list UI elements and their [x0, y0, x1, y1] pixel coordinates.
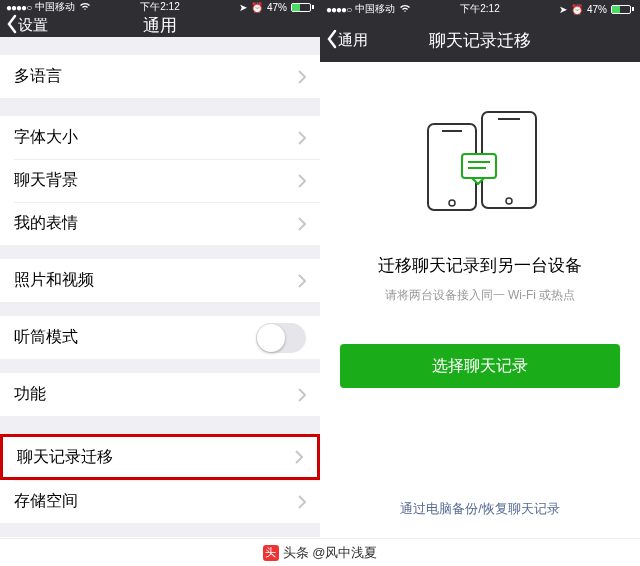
chevron-right-icon	[298, 174, 306, 188]
row-language[interactable]: 多语言	[0, 55, 320, 98]
signal-dots-icon: ●●●●○	[326, 4, 351, 15]
button-label: 选择聊天记录	[432, 356, 528, 377]
location-icon: ➤	[239, 2, 247, 13]
chevron-left-icon	[326, 29, 338, 52]
status-bar: ●●●●○ 中国移动 下午2:12 ➤ ⏰ 47%	[320, 0, 640, 18]
page-title: 通用	[143, 14, 177, 37]
backup-via-pc-link[interactable]: 通过电脑备份/恢复聊天记录	[400, 500, 560, 518]
row-label: 听筒模式	[14, 327, 256, 348]
row-label: 多语言	[14, 66, 298, 87]
attribution-text: 头条 @风中浅夏	[283, 544, 378, 562]
row-label: 存储空间	[14, 491, 298, 512]
select-chat-history-button[interactable]: 选择聊天记录	[340, 344, 620, 388]
signal-dots-icon: ●●●●○	[6, 2, 31, 13]
status-bar: ●●●●○ 中国移动 下午2:12 ➤ ⏰ 47%	[0, 0, 320, 14]
chevron-right-icon	[298, 388, 306, 402]
nav-bar: 通用 聊天记录迁移	[320, 18, 640, 62]
phones-transfer-icon	[410, 104, 550, 224]
battery-icon	[611, 5, 634, 14]
row-label: 聊天记录迁移	[17, 447, 295, 468]
battery-pct: 47%	[267, 2, 287, 13]
settings-list: 多语言 字体大小 聊天背景 我的表情	[0, 37, 320, 566]
carrier-label: 中国移动	[35, 0, 75, 14]
row-label: 聊天背景	[14, 170, 298, 191]
battery-icon	[291, 3, 314, 12]
battery-pct: 47%	[587, 4, 607, 15]
row-chat-background[interactable]: 聊天背景	[0, 159, 320, 202]
chevron-right-icon	[298, 70, 306, 84]
alarm-icon: ⏰	[571, 4, 583, 15]
attribution-footer: 头 头条 @风中浅夏	[0, 538, 640, 566]
time-label: 下午2:12	[460, 2, 499, 16]
chevron-right-icon	[298, 217, 306, 231]
page-title: 聊天记录迁移	[429, 29, 531, 52]
chevron-right-icon	[298, 274, 306, 288]
row-label: 字体大小	[14, 127, 298, 148]
migration-body: 迁移聊天记录到另一台设备 请将两台设备接入同一 Wi-Fi 或热点 选择聊天记录…	[320, 62, 640, 566]
row-font-size[interactable]: 字体大小	[0, 116, 320, 159]
row-label: 照片和视频	[14, 270, 298, 291]
migration-heading: 迁移聊天记录到另一台设备	[378, 254, 582, 277]
row-chat-migration[interactable]: 聊天记录迁移	[0, 434, 320, 480]
earpiece-toggle[interactable]	[256, 323, 306, 353]
alarm-icon: ⏰	[251, 2, 263, 13]
svg-point-5	[506, 198, 512, 204]
migration-subtext: 请将两台设备接入同一 Wi-Fi 或热点	[385, 287, 576, 304]
chevron-right-icon	[298, 131, 306, 145]
wifi-icon	[79, 2, 91, 13]
toutiao-icon: 头	[263, 545, 279, 561]
chevron-right-icon	[298, 495, 306, 509]
nav-bar: 设置 通用	[0, 14, 320, 37]
carrier-label: 中国移动	[355, 2, 395, 16]
row-label: 我的表情	[14, 213, 298, 234]
row-my-stickers[interactable]: 我的表情	[0, 202, 320, 245]
back-label: 通用	[338, 31, 368, 50]
location-icon: ➤	[559, 4, 567, 15]
wifi-icon	[399, 4, 411, 15]
row-label: 功能	[14, 384, 298, 405]
row-features[interactable]: 功能	[0, 373, 320, 416]
back-button[interactable]: 通用	[320, 29, 368, 52]
chevron-right-icon	[295, 450, 303, 464]
svg-point-2	[449, 200, 455, 206]
row-storage[interactable]: 存储空间	[0, 480, 320, 523]
row-earpiece-mode[interactable]: 听筒模式	[0, 316, 320, 359]
back-label: 设置	[18, 16, 48, 35]
screen-general-settings: ●●●●○ 中国移动 下午2:12 ➤ ⏰ 47% 设置 通用	[0, 0, 320, 566]
svg-rect-6	[462, 154, 496, 178]
row-photos-videos[interactable]: 照片和视频	[0, 259, 320, 302]
screen-chat-migration: ●●●●○ 中国移动 下午2:12 ➤ ⏰ 47% 通用 聊天记录迁移	[320, 0, 640, 566]
chevron-left-icon	[6, 14, 18, 37]
time-label: 下午2:12	[140, 0, 179, 14]
back-button[interactable]: 设置	[0, 14, 48, 37]
